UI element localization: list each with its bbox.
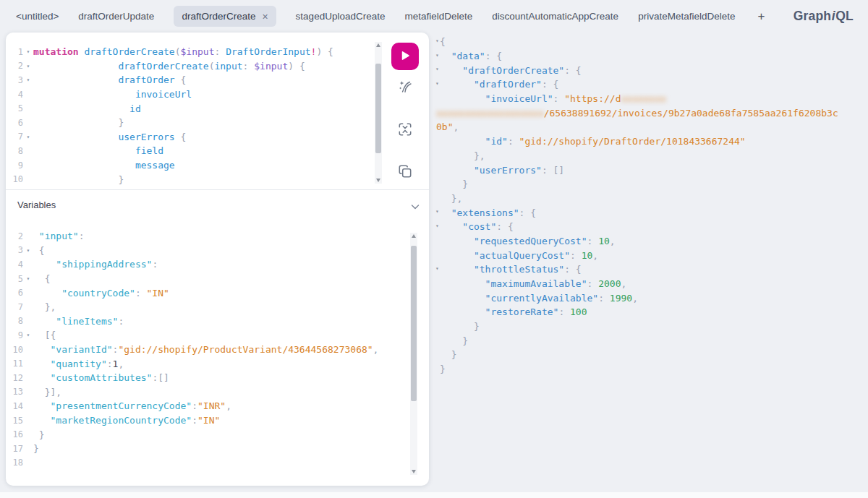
line-number: 5: [7, 274, 23, 284]
code-text: },: [434, 150, 485, 161]
code-line: }: [434, 177, 865, 192]
prettify-query-button[interactable]: [397, 78, 414, 95]
scroll-down-arrow[interactable]: [412, 470, 416, 473]
scroll-down-arrow[interactable]: [376, 179, 380, 182]
code-line: 9 message: [7, 158, 369, 173]
fold-caret-icon[interactable]: ▾: [23, 332, 33, 338]
code-text: },: [33, 301, 56, 312]
code-text: "draftOrder": {: [434, 79, 558, 90]
merge-fragments-button[interactable]: [397, 121, 414, 138]
fold-caret-icon[interactable]: ▾: [23, 134, 33, 140]
fold-caret-icon[interactable]: ▾: [23, 275, 33, 282]
scroll-up-arrow[interactable]: [412, 234, 416, 238]
fold-caret-icon[interactable]: ▾: [23, 77, 33, 83]
code-line: }: [434, 362, 865, 377]
execute-query-button[interactable]: [391, 43, 419, 70]
code-text: },: [434, 193, 462, 204]
line-number: 12: [7, 373, 23, 383]
tab-draftordercreate[interactable]: draftOrderCreate×: [174, 6, 276, 27]
copy-icon: [397, 163, 414, 179]
scroll-up-arrow[interactable]: [376, 43, 380, 47]
line-number: 6: [7, 118, 23, 128]
code-line: 8 "lineItems":: [7, 314, 401, 329]
fold-caret-icon[interactable]: ▾: [23, 247, 33, 254]
tab-stageduploadcreate[interactable]: stagedUploadCreate: [296, 11, 386, 22]
code-text: "customAttributes":[]: [33, 372, 169, 383]
response-panel: ▾{▾ "data": {▾ "draftOrderCreate": {▾ "d…: [434, 33, 865, 466]
code-line: 14 "presentmentCurrencyCode":"INR",: [7, 399, 401, 413]
fold-caret-icon[interactable]: ▾: [435, 223, 443, 229]
line-number: 2: [7, 233, 23, 241]
tab-bar: <untitled>draftOrderUpdatedraftOrderCrea…: [0, 0, 868, 33]
close-tab-icon[interactable]: ×: [262, 12, 268, 22]
scrollbar-thumb[interactable]: [411, 246, 417, 401]
fold-caret-icon[interactable]: ▾: [435, 209, 443, 215]
fold-caret-icon[interactable]: ▾: [435, 66, 443, 72]
code-line: "id": "gid://shopify/DraftOrder/10184336…: [434, 134, 865, 149]
line-number: 8: [7, 316, 23, 326]
code-text: 0b",: [434, 121, 459, 132]
code-line: "currentlyAvailable": 1990,: [434, 291, 865, 305]
fold-caret-icon[interactable]: ▾: [435, 38, 443, 44]
code-text: }: [33, 174, 124, 185]
code-text: "variantId":"gid://shopify/ProductVarian…: [33, 344, 378, 355]
code-line: 2▾ draftOrderCreate(input: $input) {: [7, 59, 369, 74]
code-line: 4 "shippingAddress":: [7, 257, 401, 272]
code-text: "marketRegionCountryCode":"IN": [33, 415, 220, 426]
copy-query-button[interactable]: [397, 163, 414, 180]
line-number: 6: [7, 288, 23, 298]
tab-draftorderupdate[interactable]: draftOrderUpdate: [78, 11, 154, 22]
tabs: <untitled>draftOrderUpdatedraftOrderCrea…: [16, 6, 735, 27]
tab-discountautomaticappcreate[interactable]: discountAutomaticAppCreate: [492, 11, 618, 22]
code-text: mutation draftOrderCreate($input: DraftO…: [33, 46, 333, 57]
tab-untitled[interactable]: <untitled>: [16, 11, 59, 22]
code-line: ▾ "throttleStatus": {: [434, 262, 865, 277]
code-line: },: [434, 192, 865, 206]
code-text: "quantity":1,: [33, 359, 124, 369]
code-text: "data": {: [434, 51, 502, 61]
code-line: "requestedQueryCost": 10,: [434, 234, 865, 249]
code-text: [{: [33, 330, 56, 340]
code-line: 7 },: [7, 300, 401, 314]
variables-panel-title: Variables: [17, 199, 56, 210]
code-line: 3▾ {: [7, 244, 401, 258]
line-number: 7: [7, 302, 23, 312]
tab-label: <untitled>: [16, 11, 59, 22]
fold-caret-icon[interactable]: ▾: [435, 53, 443, 59]
code-text: "extensions": {: [434, 207, 536, 218]
scrollbar-thumb[interactable]: [375, 64, 381, 153]
code-text: {: [33, 273, 50, 284]
code-text: }: [434, 349, 456, 360]
query-editor-scrollbar[interactable]: [375, 42, 382, 184]
variables-editor-scrollbar[interactable]: [410, 233, 417, 475]
tab-privatemetafielddelete[interactable]: privateMetafieldDelete: [638, 11, 735, 22]
tab-metafielddelete[interactable]: metafieldDelete: [404, 11, 472, 22]
code-text: }: [33, 117, 124, 128]
code-line: 13 }],: [7, 385, 401, 400]
code-text: "maximumAvailable": 2000,: [434, 278, 626, 289]
fold-caret-icon[interactable]: ▾: [435, 266, 443, 272]
code-line: "userErrors": []: [434, 163, 865, 177]
graphiql-app: <untitled>draftOrderUpdatedraftOrderCrea…: [0, 0, 868, 498]
code-text: "currentlyAvailable": 1990,: [434, 293, 638, 304]
tab-label: draftOrderCreate: [182, 11, 255, 22]
code-text: message: [33, 160, 175, 171]
bottom-strip: [0, 492, 868, 498]
left-panel: 1▾mutation draftOrderCreate($input: Draf…: [6, 33, 429, 486]
code-line: xxxxxxxxxxxxxxxxxxx/65638891692/invoices…: [434, 106, 865, 120]
add-tab-button[interactable]: +: [757, 9, 765, 24]
code-line: }: [434, 319, 865, 334]
fold-caret-icon[interactable]: ▾: [435, 81, 443, 87]
code-text: "presentmentCurrencyCode":"INR",: [33, 400, 231, 411]
code-text: }: [434, 335, 468, 346]
tab-label: privateMetafieldDelete: [638, 11, 735, 22]
fold-caret-icon[interactable]: ▾: [23, 48, 33, 55]
fold-caret-icon[interactable]: ▾: [23, 63, 33, 69]
code-line: 6 }: [7, 116, 369, 130]
line-number: 16: [7, 429, 23, 439]
variables-editor[interactable]: 2 "input":3▾ {4 "shippingAddress":5▾ {6 …: [7, 233, 401, 475]
code-text: }: [434, 364, 446, 374]
code-text: userErrors {: [33, 132, 186, 142]
query-editor[interactable]: 1▾mutation draftOrderCreate($input: Draf…: [7, 45, 369, 186]
chevron-down-icon[interactable]: [409, 201, 421, 212]
